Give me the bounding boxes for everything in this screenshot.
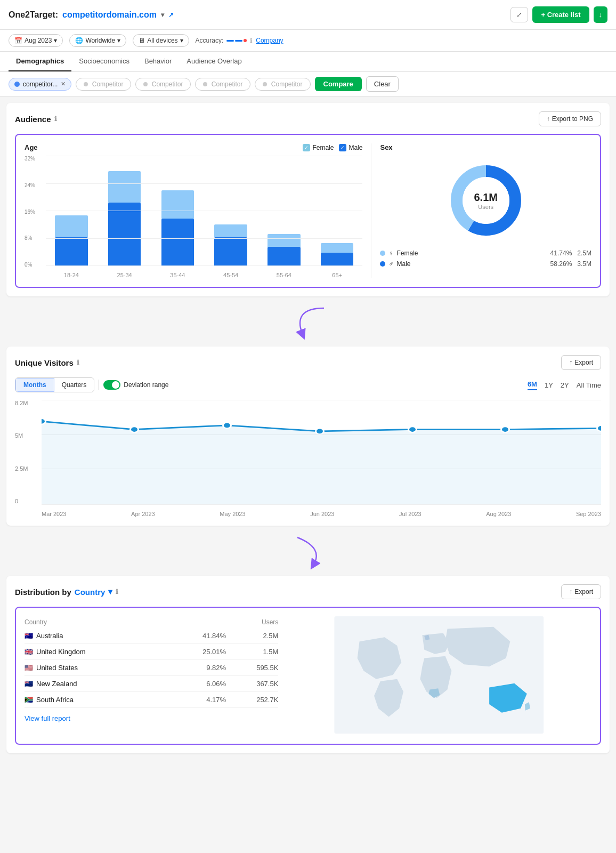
compare-button[interactable]: Compare	[315, 77, 362, 91]
audience-inner: Age ✓ Female ✓ Male 32% 24% 16%	[15, 134, 601, 288]
globe-icon: 🌐	[75, 37, 83, 44]
bar-55-64	[261, 234, 307, 265]
range-all-time[interactable]: All Time	[577, 381, 601, 389]
range-1y[interactable]: 1Y	[545, 381, 553, 389]
age-chart-header: Age ✓ Female ✓ Male	[25, 143, 362, 151]
placeholder-text-4: Competitor	[271, 81, 303, 88]
tab-audience-overlap[interactable]: Audience Overlap	[179, 52, 249, 71]
bar-18-24-female	[55, 215, 87, 237]
date-filter[interactable]: 📅 Aug 2023 ▾	[9, 34, 63, 47]
country-users: 252.7K	[226, 692, 278, 708]
dist-info-icon[interactable]: ℹ	[116, 588, 118, 596]
dist-table: Country Users 🇦🇺Australia 41.84% 2.5M 🇬🇧…	[25, 616, 278, 735]
tab-demographics[interactable]: Demographics	[9, 52, 71, 71]
domain-name[interactable]: competitordomain.com	[62, 10, 157, 20]
x-label-55-64: 55-64	[261, 272, 307, 278]
dist-inner: Country Users 🇦🇺Australia 41.84% 2.5M 🇬🇧…	[15, 607, 601, 745]
accuracy-dot-1	[226, 40, 234, 42]
nav-tabs: Demographics Socioeconomics Behavior Aud…	[0, 52, 616, 72]
x-sep2023: Sep 2023	[576, 511, 601, 517]
chip-remove-1[interactable]: ✕	[61, 81, 66, 87]
point-2	[223, 422, 231, 428]
country-users: 367.5K	[226, 676, 278, 692]
domain-dropdown-icon[interactable]: ▾	[161, 11, 164, 19]
audience-info-icon[interactable]: ℹ	[54, 115, 57, 123]
arrow-path-up	[300, 308, 324, 335]
uv-export-button[interactable]: ↑ Export	[561, 355, 601, 370]
view-full-report-link[interactable]: View full report	[25, 714, 70, 722]
tab-months[interactable]: Months	[15, 378, 54, 392]
audience-title: Audience ℹ	[15, 115, 57, 124]
bar-45-54	[207, 224, 254, 265]
table-row: 🇿🇦South Africa 4.17% 252.7K	[25, 692, 278, 708]
female-dot	[380, 251, 385, 256]
accuracy-dot-2	[235, 40, 242, 42]
compare-input-4[interactable]: Competitor	[255, 78, 310, 91]
x-apr2023: Apr 2023	[131, 511, 155, 517]
create-list-button[interactable]: + Create list	[532, 6, 589, 23]
uv-info-icon[interactable]: ℹ	[77, 359, 79, 366]
location-dropdown-icon: ▾	[117, 37, 120, 44]
deviation-switch[interactable]	[103, 380, 120, 390]
time-range-selector: 6M 1Y 2Y All Time	[528, 380, 601, 390]
arrow-annotation	[0, 303, 616, 340]
line-chart: 8.2M 5M 2.5M 0	[15, 400, 601, 517]
donut-label: Users	[474, 204, 498, 210]
grid-line-4	[46, 238, 362, 239]
male-gender-icon: ♂	[388, 260, 393, 268]
line-chart-svg	[42, 400, 601, 504]
point-0	[42, 419, 46, 424]
range-2y[interactable]: 2Y	[561, 381, 569, 389]
accuracy-dot-3	[244, 39, 247, 42]
dist-export-button[interactable]: ↑ Export	[561, 584, 601, 599]
bar-18-24-male	[55, 237, 87, 265]
point-1	[131, 426, 139, 432]
x-axis-labels: 18-24 25-34 35-44 45-54 55-64 65+	[46, 272, 362, 278]
location-label: Worldwide	[85, 37, 115, 44]
table-row: 🇦🇺Australia 41.84% 2.5M	[25, 628, 278, 644]
expand-button[interactable]: ⤢	[510, 7, 528, 22]
country-name: 🇺🇸United States	[25, 660, 170, 676]
male-stats: 58.26% 3.5M	[550, 260, 591, 268]
distribution-link[interactable]: Country	[75, 588, 106, 597]
compare-input-1[interactable]: Competitor	[76, 78, 131, 91]
table-row: 🇳🇿New Zealand 6.06% 367.5K	[25, 676, 278, 692]
clear-button[interactable]: Clear	[366, 76, 399, 92]
placeholder-dot-1	[84, 82, 88, 86]
x-label-25-34: 25-34	[101, 272, 148, 278]
compare-input-2[interactable]: Competitor	[135, 78, 191, 91]
tab-socioeconomics[interactable]: Socioeconomics	[71, 52, 137, 71]
lc-line-3	[42, 504, 601, 505]
dist-dropdown-icon[interactable]: ▾	[108, 587, 112, 597]
sex-legend: ♀ Female 41.74% 2.5M ♂ Male	[380, 250, 591, 271]
country-pct: 41.84%	[170, 628, 226, 644]
placeholder-text-1: Competitor	[92, 81, 124, 88]
compare-chip-1[interactable]: competitor... ✕	[9, 78, 71, 91]
tab-behavior[interactable]: Behavior	[137, 52, 179, 71]
audience-export-button[interactable]: ↑ Export to PNG	[539, 111, 601, 126]
grid-area	[46, 156, 362, 265]
date-label: Aug 2023	[25, 37, 52, 44]
compare-input-3[interactable]: Competitor	[195, 78, 250, 91]
app-name: One2Target:	[9, 10, 58, 20]
bar-35-44-male	[161, 219, 194, 265]
grid-line-3	[46, 211, 362, 211]
country-users: 1.5M	[226, 644, 278, 660]
external-link-icon[interactable]: ↗	[168, 11, 174, 19]
bar-65plus	[314, 243, 361, 265]
range-6m[interactable]: 6M	[528, 380, 537, 390]
uv-title: Unique Visitors ℹ	[15, 358, 79, 367]
arrow-svg	[281, 303, 335, 340]
tab-quarters[interactable]: Quarters	[54, 378, 94, 392]
x-label-65plus: 65+	[314, 272, 361, 278]
company-link[interactable]: Company	[256, 37, 283, 44]
audience-section: Audience ℹ ↑ Export to PNG Age ✓ Female …	[6, 103, 610, 296]
country-name: 🇬🇧United Kingdom	[25, 644, 170, 660]
devices-filter[interactable]: 🖥 All devices ▾	[133, 34, 189, 47]
download-button[interactable]: ↓	[594, 6, 608, 23]
accuracy-info: Accuracy: ℹ Company	[196, 37, 283, 44]
bar-45-54-male	[214, 237, 247, 265]
location-filter[interactable]: 🌐 Worldwide ▾	[69, 34, 126, 47]
bar-35-44	[155, 190, 201, 265]
separator	[99, 380, 99, 390]
